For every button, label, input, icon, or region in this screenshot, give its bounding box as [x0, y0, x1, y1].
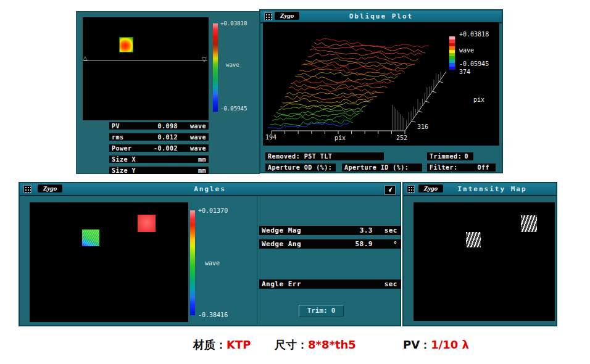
surface-phase-map-square — [119, 37, 133, 52]
angle-err-unit: sec — [373, 280, 399, 288]
stat-label: PV — [112, 123, 120, 130]
stat-label: rms — [112, 134, 124, 141]
pushpin-icon[interactable] — [384, 185, 396, 195]
caption-size-value: 8*8*th5 — [308, 338, 356, 351]
screenshot-canvas: △ ▽ +0.03818 wave -0.05945 PV 0.098 wave… — [0, 0, 590, 364]
depth-axis-title: pix — [473, 96, 484, 103]
intensity-plot-area — [413, 202, 555, 321]
filter-value: Off — [458, 164, 493, 171]
trim-button[interactable]: Trim: 0 — [299, 305, 344, 316]
wedge-mag-value: 3.3 — [301, 226, 373, 234]
profile-left-handle-icon[interactable]: △ — [83, 56, 88, 62]
trimmed-value: 0 — [462, 153, 471, 160]
close-icon[interactable] — [407, 185, 415, 193]
oblique-depth-axis-max: 374 — [459, 68, 470, 75]
trimmed-readout[interactable]: Trimmed: 0 — [427, 152, 473, 160]
removed-text: Removed: PST TLT — [268, 153, 332, 160]
aperture-od-label: Aperture OD (%): — [268, 164, 332, 171]
oblique-titlebar[interactable]: Zygo Oblique Plot — [260, 10, 502, 23]
stat-value: 0.012 — [124, 134, 178, 141]
profile-slice-line[interactable] — [84, 60, 207, 60]
stat-unit: wave — [178, 145, 206, 152]
stat-row-size-x[interactable]: Size X mm — [109, 155, 209, 163]
aperture-od-readout[interactable]: Aperture OD (%): — [265, 163, 336, 172]
angles-titlebar[interactable]: Zygo Angles — [20, 183, 400, 196]
oblique-waterfall-plot — [263, 22, 499, 146]
stat-row-pv[interactable]: PV 0.098 wave — [109, 122, 209, 130]
oblique-plot-area: +0.03818 wave -0.05945 374 194 pix 252 3… — [263, 22, 499, 146]
angles-colorbar-max: +0.01370 — [198, 207, 228, 214]
caption-material-value: KTP — [226, 338, 251, 351]
aperture-id-label: Aperture ID (%): — [344, 164, 409, 171]
stat-label: Size Y — [112, 167, 136, 174]
wedge-ang-label: Wedge Ang — [262, 240, 301, 248]
depth-axis-min-label: 316 — [417, 123, 428, 130]
surface-colorbar-min: -0.05945 — [220, 105, 247, 112]
trimmed-label: Trimmed: — [430, 153, 462, 160]
x-axis-title: pix — [334, 134, 346, 141]
intensity-fringes-square-1 — [466, 232, 481, 247]
wedge-ang-unit: ° — [373, 240, 399, 248]
stat-unit: wave — [178, 134, 206, 141]
surface-colorbar-max: +0.03818 — [220, 20, 247, 27]
caption-pv-label: PV： — [403, 338, 431, 351]
angles-colorbar-min: -0.38416 — [198, 312, 228, 318]
caption-pv-value: 1/10 λ — [431, 338, 469, 351]
stat-unit: wave — [178, 123, 206, 130]
filter-readout[interactable]: Filter: Off — [427, 163, 496, 172]
wedge-ang-value: 58.9 — [301, 240, 373, 248]
angles-panel-divider — [257, 196, 257, 324]
window-title: Oblique Plot — [260, 12, 502, 20]
caption-material: 材质：KTP — [193, 337, 251, 352]
surface-colorbar — [213, 23, 218, 112]
filter-label: Filter: — [430, 164, 458, 171]
stat-label: Power — [112, 145, 132, 152]
stat-row-rms[interactable]: rms 0.012 wave — [109, 133, 209, 141]
surface-map-plot-area: △ ▽ — [83, 17, 209, 120]
surface-colorbar-unit: wave — [226, 62, 239, 68]
stat-label: Size X — [112, 156, 136, 163]
wedge-mag-readout[interactable]: Wedge Mag 3.3 sec — [259, 226, 401, 235]
oblique-colorbar — [449, 36, 455, 70]
caption-material-label: 材质： — [193, 338, 226, 351]
oblique-plot-window: Zygo Oblique Plot +0.03818 wave -0.05945… — [259, 9, 503, 173]
trim-value: 0 — [331, 307, 336, 315]
caption-size-label: 尺寸： — [275, 338, 308, 351]
wedge-mag-unit: sec — [373, 226, 399, 234]
oblique-colorbar-unit: wave — [459, 47, 474, 54]
surface-map-panel: △ ▽ +0.03818 wave -0.05945 PV 0.098 wave… — [76, 11, 260, 174]
angles-colorbar — [190, 210, 195, 315]
intensity-map-window: Zygo Intensity Map — [402, 182, 557, 326]
caption-pv: PV：1/10 λ — [403, 337, 469, 352]
oblique-colorbar-min: -0.05945 — [459, 60, 489, 67]
angles-part-2-square — [138, 215, 156, 232]
oblique-colorbar-max: +0.03818 — [459, 31, 489, 38]
stat-row-size-y[interactable]: Size Y mm — [109, 167, 209, 174]
trim-label: Trim: — [307, 307, 328, 315]
x-axis-min-label: 194 — [265, 134, 276, 141]
removed-readout[interactable]: Removed: PST TLT — [265, 152, 384, 160]
profile-right-handle-icon[interactable]: ▽ — [202, 57, 207, 63]
angles-part-1-square — [82, 230, 99, 246]
caption-size: 尺寸：8*8*th5 — [275, 337, 356, 352]
x-axis-max-label: 252 — [396, 134, 407, 141]
angles-colorbar-unit: wave — [205, 260, 220, 267]
stat-value: 0.098 — [120, 123, 178, 130]
angle-err-label: Angle Err — [262, 280, 301, 288]
angles-plot-area — [30, 202, 188, 322]
intensity-titlebar[interactable]: Zygo Intensity Map — [404, 183, 556, 196]
wedge-ang-readout[interactable]: Wedge Ang 58.9 ° — [259, 239, 401, 249]
intensity-fringes-square-2 — [521, 215, 537, 232]
aperture-id-readout[interactable]: Aperture ID (%): — [342, 163, 422, 172]
angles-window: Zygo Angles +0.01370 wave -0.38416 Wedge… — [19, 182, 401, 326]
wedge-mag-label: Wedge Mag — [262, 226, 301, 234]
stat-value: -0.002 — [132, 145, 178, 152]
stat-unit: mm — [178, 156, 206, 163]
window-title: Intensity Map — [428, 185, 556, 193]
stat-unit: mm — [178, 167, 206, 174]
angle-err-readout[interactable]: Angle Err sec — [259, 279, 401, 289]
window-title: Angles — [20, 185, 400, 193]
stat-row-power[interactable]: Power -0.002 wave — [109, 144, 209, 152]
